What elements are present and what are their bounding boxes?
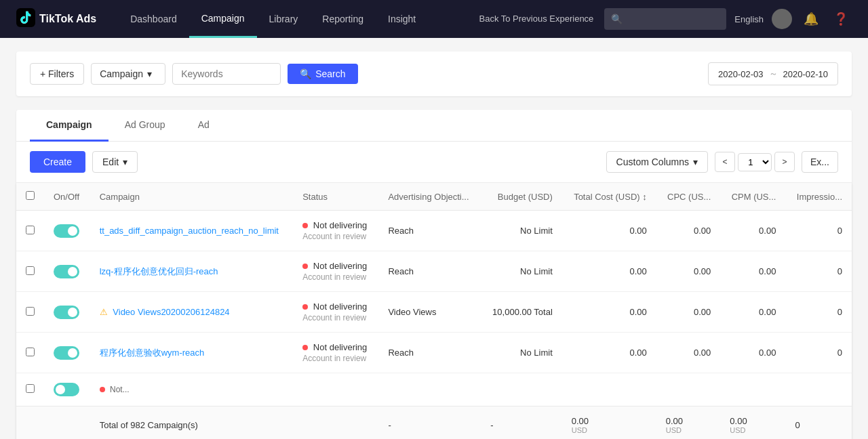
toggle-0[interactable]: [54, 224, 79, 238]
footer-total-cost: 0.00 USD: [562, 406, 656, 440]
row-total-cost-0: 0.00: [562, 211, 656, 251]
status-sub-3: Account in review: [302, 354, 369, 363]
create-button[interactable]: Create: [30, 151, 85, 173]
row-select-2[interactable]: [26, 307, 35, 316]
campaign-link-1[interactable]: lzq-程序化创意优化回归-reach: [100, 266, 218, 276]
tab-campaign[interactable]: Campaign: [30, 110, 108, 142]
row-budget-1: No Limit: [481, 251, 562, 292]
select-all-checkbox[interactable]: [26, 191, 35, 200]
toggle-1[interactable]: [54, 265, 79, 278]
campaign-link-3[interactable]: 程序化创意验收wym-reach: [100, 348, 205, 358]
language-selector[interactable]: English: [734, 14, 764, 24]
back-to-previous[interactable]: Back To Previous Experience: [469, 14, 605, 25]
row-status-text-1: Not delivering: [302, 261, 369, 271]
table-row: Not...: [16, 373, 852, 406]
row-select-3[interactable]: [26, 348, 35, 356]
tab-ad[interactable]: Ad: [182, 110, 226, 142]
row-objective-0: Reach: [378, 211, 481, 251]
nav-search-box[interactable]: 🔍: [604, 8, 726, 30]
filters-button[interactable]: + Filters: [30, 63, 84, 85]
nav-reporting[interactable]: Reporting: [310, 0, 376, 38]
nav-dashboard[interactable]: Dashboard: [118, 0, 189, 38]
custom-columns-label: Custom Columns: [616, 156, 689, 167]
row-campaign-4: Not...: [90, 373, 852, 406]
header-cpm[interactable]: CPM (US...: [720, 183, 785, 211]
custom-columns-button[interactable]: Custom Columns ▾: [606, 151, 708, 173]
table-toolbar: Create Edit ▾ Custom Columns ▾ < 1 > Ex.…: [16, 142, 852, 183]
row-select-4[interactable]: [26, 384, 35, 393]
header-total-cost[interactable]: Total Cost (USD) ↕: [562, 183, 656, 211]
status-label-1: Not delivering: [313, 261, 368, 271]
footer-cpm: 0.00 USD: [720, 406, 785, 440]
date-range-picker[interactable]: 2020-02-03 ～ 2020-02-10: [708, 62, 838, 85]
header-status: Status: [293, 183, 378, 211]
nav-library[interactable]: Library: [257, 0, 311, 38]
top-navigation: TikTok Ads Dashboard Campaign Library Re…: [0, 0, 868, 38]
status-dot-3: [302, 345, 308, 350]
footer-status: [293, 406, 378, 440]
export-button[interactable]: Ex...: [802, 151, 838, 173]
row-select-0[interactable]: [26, 226, 35, 234]
footer-checkbox: [16, 406, 44, 440]
nav-campaign[interactable]: Campaign: [189, 0, 257, 38]
header-select-all[interactable]: [16, 183, 44, 211]
status-label-3: Not delivering: [313, 342, 368, 352]
table-row: tt_ads_diff_campaign_auction_reach_no_li…: [16, 211, 852, 251]
help-button[interactable]: ❓: [830, 8, 852, 30]
row-toggle-0[interactable]: [44, 211, 90, 251]
nav-search-icon: 🔍: [611, 14, 623, 24]
campaign-link-0[interactable]: tt_ads_diff_campaign_auction_reach_no_li…: [100, 226, 279, 236]
toggle-slider-0: [54, 224, 79, 238]
toggle-2[interactable]: [54, 306, 79, 319]
page-next-button[interactable]: >: [774, 152, 795, 172]
status-dot-1: [302, 264, 308, 269]
row-cpc-1: 0.00: [656, 251, 721, 292]
row-status-2: Not delivering Account in review: [293, 292, 378, 333]
row-status-0: Not delivering Account in review: [293, 211, 378, 251]
header-impressions[interactable]: Impressio...: [785, 183, 852, 211]
custom-columns-chevron-icon: ▾: [693, 156, 698, 167]
toggle-3[interactable]: [54, 346, 79, 360]
campaigns-table: On/Off Campaign Status Advertising Objec…: [16, 183, 852, 439]
row-toggle-4[interactable]: [44, 373, 90, 406]
row-campaign-name-1: lzq-程序化创意优化回归-reach: [90, 251, 294, 292]
table-row: ⚠ Video Views20200206124824 Not deliveri…: [16, 292, 852, 333]
toggle-slider-1: [54, 265, 79, 278]
page-prev-button[interactable]: <: [715, 152, 735, 172]
row-objective-2: Video Views: [378, 292, 481, 333]
header-campaign[interactable]: Campaign: [90, 183, 294, 211]
table-footer-row: Total of 982 Campaign(s) - - 0.00 USD 0.…: [16, 406, 852, 440]
app-logo: TikTok Ads: [16, 8, 96, 30]
row-checkbox-3[interactable]: [16, 333, 44, 373]
nav-insight[interactable]: Insight: [376, 0, 428, 38]
keywords-input[interactable]: [172, 63, 281, 85]
user-avatar[interactable]: [772, 9, 792, 29]
campaign-link-2[interactable]: Video Views20200206124824: [113, 307, 229, 317]
status-partial-4: Not...: [110, 385, 130, 394]
search-button[interactable]: 🔍 Search: [288, 64, 357, 84]
type-dropdown[interactable]: Campaign ▾: [91, 63, 165, 85]
status-sub-0: Account in review: [302, 232, 369, 241]
row-status-3: Not delivering Account in review: [293, 333, 378, 373]
row-cpc-0: 0.00: [656, 211, 721, 251]
page-number-select[interactable]: 1: [738, 153, 772, 171]
toggle-slider-3: [54, 346, 79, 360]
row-toggle-3[interactable]: [44, 333, 90, 373]
status-dot-2: [302, 304, 308, 310]
row-checkbox-4[interactable]: [16, 373, 44, 406]
row-toggle-2[interactable]: [44, 292, 90, 333]
notifications-button[interactable]: 🔔: [800, 8, 822, 30]
row-cpm-1: 0.00: [720, 251, 785, 292]
row-campaign-name-3: 程序化创意验收wym-reach: [90, 333, 294, 373]
row-checkbox-0[interactable]: [16, 211, 44, 251]
tab-adgroup[interactable]: Ad Group: [108, 110, 182, 142]
toggle-4[interactable]: [54, 383, 79, 396]
header-budget: Budget (USD): [481, 183, 562, 211]
row-checkbox-1[interactable]: [16, 251, 44, 292]
header-cpc[interactable]: CPC (US...: [656, 183, 721, 211]
row-select-1[interactable]: [26, 266, 35, 275]
footer-objective-dash: -: [378, 406, 481, 440]
row-checkbox-2[interactable]: [16, 292, 44, 333]
row-toggle-1[interactable]: [44, 251, 90, 292]
edit-button[interactable]: Edit ▾: [92, 151, 138, 173]
